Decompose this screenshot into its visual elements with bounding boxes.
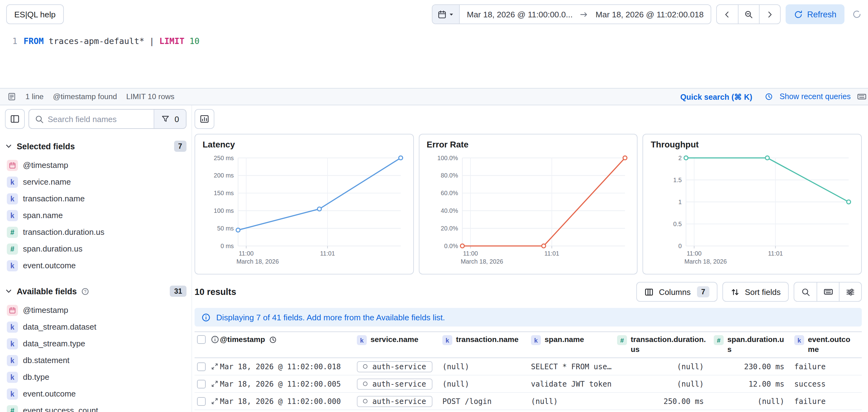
field-item[interactable]: @timestamp [5, 302, 186, 318]
help-question-icon[interactable]: ? [81, 287, 89, 295]
columns-button[interactable]: Columns 7 [637, 282, 718, 302]
field-item[interactable]: #span.duration.us [5, 241, 186, 257]
cell-timestamp[interactable]: Mar 18, 2026 @ 11:02:00.005 [220, 379, 357, 388]
cell-service-name[interactable]: auth-service [357, 378, 442, 389]
number-field-icon: # [7, 405, 18, 412]
field-item[interactable]: #event.success_count [5, 402, 186, 412]
column-header-service-name[interactable]: kservice.name [357, 336, 442, 345]
cell-span-duration[interactable]: 12.00 ms [714, 379, 794, 388]
cell-transaction-duration[interactable]: (null) [617, 362, 714, 371]
column-header-transaction-name[interactable]: ktransaction.name [442, 336, 531, 345]
cell-span-name[interactable]: validate JWT token [531, 379, 617, 388]
selected-fields-header[interactable]: Selected fields 7 [5, 138, 186, 154]
cell-service-name[interactable]: auth-service [357, 361, 442, 372]
svg-text:0.5: 0.5 [674, 221, 682, 227]
refresh-label: Refresh [807, 10, 836, 19]
column-header-transaction-duration-us[interactable]: #transaction.duration.us [617, 336, 714, 355]
expand-row-icon[interactable] [211, 362, 219, 371]
cell-span-duration[interactable]: 230.00 ms [714, 362, 794, 371]
cell-span-duration[interactable]: (null) [714, 397, 794, 406]
end-date-button[interactable]: Mar 18, 2026 @ 11:02:00.018 [589, 5, 711, 24]
latency-chart[interactable]: 0 ms50 ms100 ms150 ms200 ms250 ms11:00Ma… [203, 151, 405, 271]
expand-row-icon[interactable] [211, 397, 219, 405]
cell-span-name[interactable]: (null) [531, 397, 617, 406]
column-header-span-duration-us[interactable]: #span.duration.us [714, 336, 794, 355]
column-header-label: span.name [545, 336, 584, 345]
column-header-span-name[interactable]: kspan.name [531, 336, 617, 345]
table-row[interactable]: Mar 18, 2026 @ 11:02:00.000auth-serviceP… [194, 393, 862, 410]
field-item[interactable]: kdata_stream.type [5, 335, 186, 352]
cell-service-name[interactable]: auth-service [357, 395, 442, 407]
sort-icon [731, 287, 740, 297]
service-name-pill[interactable]: auth-service [357, 378, 432, 389]
cell-timestamp[interactable]: Mar 18, 2026 @ 11:02:00.018 [220, 362, 357, 371]
keyboard-icon [823, 287, 833, 297]
columns-count-badge: 7 [697, 287, 709, 298]
field-item[interactable]: kevent.outcome [5, 385, 186, 402]
keyword-field-icon: k [7, 260, 18, 271]
cell-event-outcome[interactable]: failure [794, 362, 862, 371]
column-header-event-outcome[interactable]: kevent.outcome [794, 336, 862, 355]
cell-transaction-duration[interactable]: 250.00 ms [617, 397, 714, 406]
table-row[interactable]: Mar 18, 2026 @ 11:02:00.005auth-service(… [194, 375, 862, 393]
svg-text:0.0%: 0.0% [444, 243, 458, 249]
column-header-timestamp[interactable]: @timestamp [220, 336, 357, 345]
cell-transaction-name[interactable]: POST /login [442, 397, 531, 406]
keyword-field-icon: k [442, 336, 452, 345]
esql-query-editor[interactable]: 1 FROM traces-apm-default* | LIMIT 10 [0, 29, 868, 88]
esql-help-button[interactable]: ES|QL help [6, 4, 63, 24]
display-options-button[interactable] [839, 283, 861, 302]
field-item[interactable]: kdata_stream.dataset [5, 318, 186, 335]
sort-fields-button[interactable]: Sort fields [722, 282, 789, 302]
cell-transaction-duration[interactable]: (null) [617, 379, 714, 388]
time-back-button[interactable] [716, 5, 738, 24]
throughput-chart[interactable]: 00.511.5211:00March 18, 202611:01 [651, 151, 854, 271]
keyboard-shortcuts-icon[interactable] [857, 92, 867, 102]
show-recent-queries-link[interactable]: Show recent queries [779, 92, 851, 101]
field-item[interactable]: @timestamp [5, 157, 186, 173]
expand-row-icon[interactable] [211, 380, 219, 388]
cell-timestamp[interactable]: Mar 18, 2026 @ 11:02:00.000 [220, 397, 357, 406]
quick-search-link[interactable]: Quick search (⌘ K) [680, 92, 752, 101]
row-checkbox[interactable] [197, 397, 206, 406]
keyboard-shortcuts-button[interactable] [816, 283, 839, 302]
field-item[interactable]: #transaction.duration.us [5, 224, 186, 241]
svg-text:40.0%: 40.0% [440, 207, 458, 214]
table-row[interactable]: Mar 18, 2026 @ 11:02:00.018auth-service(… [194, 358, 862, 375]
cell-transaction-name[interactable]: (null) [442, 362, 531, 371]
error-rate-chart[interactable]: 0.0%20.0%40.0%60.0%80.0%100.0%11:00March… [427, 151, 629, 271]
toggle-chart-button[interactable] [194, 109, 214, 129]
time-forward-button[interactable] [758, 5, 780, 24]
field-item[interactable]: ktransaction.name [5, 190, 186, 207]
cell-event-outcome[interactable]: failure [794, 397, 862, 406]
available-fields-header[interactable]: Available fields ? 31 [5, 283, 186, 299]
refresh-icon [793, 10, 803, 19]
service-name-pill[interactable]: auth-service [357, 361, 432, 372]
field-search-input[interactable] [48, 114, 154, 124]
field-item[interactable]: kevent.outcome [5, 257, 186, 274]
start-date-button[interactable]: Mar 18, 2026 @ 11:00:00.0... [460, 5, 580, 24]
search-in-table-button[interactable] [794, 283, 816, 302]
row-checkbox[interactable] [197, 379, 206, 388]
field-item[interactable]: kdb.type [5, 369, 186, 385]
refresh-button[interactable]: Refresh [785, 4, 844, 24]
time-zoom-out-button[interactable] [738, 5, 758, 24]
field-item[interactable]: kspan.name [5, 207, 186, 224]
date-picker-calendar-button[interactable] [433, 5, 460, 24]
collapse-fields-sidebar-button[interactable] [5, 109, 25, 129]
field-filter-count: 0 [175, 114, 179, 124]
select-all-checkbox[interactable] [197, 336, 206, 344]
editor-feedback-icon[interactable] [7, 92, 16, 101]
fields-callout-text: Displaying 7 of 41 fields. Add more from… [216, 313, 445, 322]
service-name-pill[interactable]: auth-service [357, 395, 432, 407]
row-checkbox[interactable] [197, 362, 206, 371]
cell-transaction-name[interactable]: (null) [442, 379, 531, 388]
field-filter-button[interactable]: 0 [154, 110, 186, 128]
field-item[interactable]: kdb.statement [5, 352, 186, 369]
cell-span-name[interactable]: SELECT * FROM use… [531, 362, 617, 371]
field-item[interactable]: kservice.name [5, 173, 186, 190]
keyword-field-icon: k [7, 210, 18, 221]
results-table: @timestampkservice.namektransaction.name… [194, 332, 862, 410]
header-info-icon[interactable] [211, 336, 219, 344]
cell-event-outcome[interactable]: success [794, 379, 862, 388]
